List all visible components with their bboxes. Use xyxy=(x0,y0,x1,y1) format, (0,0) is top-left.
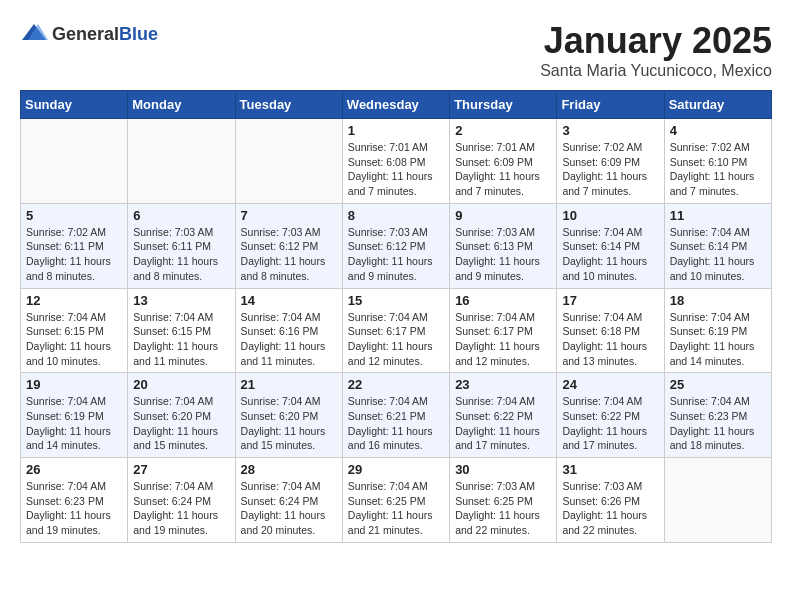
day-info: Sunrise: 7:04 AMSunset: 6:20 PMDaylight:… xyxy=(241,394,337,453)
day-info: Sunrise: 7:04 AMSunset: 6:15 PMDaylight:… xyxy=(26,310,122,369)
day-number: 12 xyxy=(26,293,122,308)
calendar-cell: 17Sunrise: 7:04 AMSunset: 6:18 PMDayligh… xyxy=(557,288,664,373)
day-number: 16 xyxy=(455,293,551,308)
calendar-cell: 9Sunrise: 7:03 AMSunset: 6:13 PMDaylight… xyxy=(450,203,557,288)
day-number: 2 xyxy=(455,123,551,138)
calendar-cell: 2Sunrise: 7:01 AMSunset: 6:09 PMDaylight… xyxy=(450,119,557,204)
day-info: Sunrise: 7:04 AMSunset: 6:22 PMDaylight:… xyxy=(562,394,658,453)
day-number: 8 xyxy=(348,208,444,223)
logo-blue: Blue xyxy=(119,24,158,44)
day-number: 10 xyxy=(562,208,658,223)
calendar-cell xyxy=(235,119,342,204)
day-info: Sunrise: 7:04 AMSunset: 6:17 PMDaylight:… xyxy=(455,310,551,369)
calendar-cell: 31Sunrise: 7:03 AMSunset: 6:26 PMDayligh… xyxy=(557,458,664,543)
calendar-cell: 21Sunrise: 7:04 AMSunset: 6:20 PMDayligh… xyxy=(235,373,342,458)
day-number: 24 xyxy=(562,377,658,392)
day-number: 1 xyxy=(348,123,444,138)
calendar-cell: 19Sunrise: 7:04 AMSunset: 6:19 PMDayligh… xyxy=(21,373,128,458)
calendar-cell xyxy=(664,458,771,543)
calendar-cell: 1Sunrise: 7:01 AMSunset: 6:08 PMDaylight… xyxy=(342,119,449,204)
calendar-cell: 6Sunrise: 7:03 AMSunset: 6:11 PMDaylight… xyxy=(128,203,235,288)
day-info: Sunrise: 7:02 AMSunset: 6:09 PMDaylight:… xyxy=(562,140,658,199)
day-number: 17 xyxy=(562,293,658,308)
calendar-cell: 14Sunrise: 7:04 AMSunset: 6:16 PMDayligh… xyxy=(235,288,342,373)
day-info: Sunrise: 7:04 AMSunset: 6:24 PMDaylight:… xyxy=(241,479,337,538)
day-number: 27 xyxy=(133,462,229,477)
day-number: 5 xyxy=(26,208,122,223)
calendar-cell: 8Sunrise: 7:03 AMSunset: 6:12 PMDaylight… xyxy=(342,203,449,288)
logo-icon xyxy=(20,20,48,48)
calendar-cell: 7Sunrise: 7:03 AMSunset: 6:12 PMDaylight… xyxy=(235,203,342,288)
day-info: Sunrise: 7:02 AMSunset: 6:10 PMDaylight:… xyxy=(670,140,766,199)
calendar-week-row: 5Sunrise: 7:02 AMSunset: 6:11 PMDaylight… xyxy=(21,203,772,288)
weekday-header: Thursday xyxy=(450,91,557,119)
weekday-header: Monday xyxy=(128,91,235,119)
day-number: 26 xyxy=(26,462,122,477)
day-number: 4 xyxy=(670,123,766,138)
calendar-cell: 10Sunrise: 7:04 AMSunset: 6:14 PMDayligh… xyxy=(557,203,664,288)
calendar-cell: 24Sunrise: 7:04 AMSunset: 6:22 PMDayligh… xyxy=(557,373,664,458)
calendar-cell: 11Sunrise: 7:04 AMSunset: 6:14 PMDayligh… xyxy=(664,203,771,288)
day-number: 7 xyxy=(241,208,337,223)
calendar-cell: 12Sunrise: 7:04 AMSunset: 6:15 PMDayligh… xyxy=(21,288,128,373)
calendar-cell: 20Sunrise: 7:04 AMSunset: 6:20 PMDayligh… xyxy=(128,373,235,458)
calendar-cell: 27Sunrise: 7:04 AMSunset: 6:24 PMDayligh… xyxy=(128,458,235,543)
day-info: Sunrise: 7:01 AMSunset: 6:08 PMDaylight:… xyxy=(348,140,444,199)
calendar-cell: 23Sunrise: 7:04 AMSunset: 6:22 PMDayligh… xyxy=(450,373,557,458)
day-number: 6 xyxy=(133,208,229,223)
page-header: GeneralBlue January 2025 Santa Maria Yuc… xyxy=(20,20,772,80)
logo: GeneralBlue xyxy=(20,20,158,48)
calendar-cell: 18Sunrise: 7:04 AMSunset: 6:19 PMDayligh… xyxy=(664,288,771,373)
title-block: January 2025 Santa Maria Yucunicoco, Mex… xyxy=(540,20,772,80)
day-info: Sunrise: 7:04 AMSunset: 6:14 PMDaylight:… xyxy=(670,225,766,284)
calendar-cell: 26Sunrise: 7:04 AMSunset: 6:23 PMDayligh… xyxy=(21,458,128,543)
day-info: Sunrise: 7:04 AMSunset: 6:17 PMDaylight:… xyxy=(348,310,444,369)
day-info: Sunrise: 7:04 AMSunset: 6:14 PMDaylight:… xyxy=(562,225,658,284)
day-info: Sunrise: 7:02 AMSunset: 6:11 PMDaylight:… xyxy=(26,225,122,284)
day-info: Sunrise: 7:04 AMSunset: 6:16 PMDaylight:… xyxy=(241,310,337,369)
day-number: 23 xyxy=(455,377,551,392)
day-info: Sunrise: 7:04 AMSunset: 6:23 PMDaylight:… xyxy=(670,394,766,453)
day-info: Sunrise: 7:03 AMSunset: 6:25 PMDaylight:… xyxy=(455,479,551,538)
day-number: 30 xyxy=(455,462,551,477)
day-number: 14 xyxy=(241,293,337,308)
weekday-header: Sunday xyxy=(21,91,128,119)
day-info: Sunrise: 7:04 AMSunset: 6:15 PMDaylight:… xyxy=(133,310,229,369)
calendar-cell xyxy=(128,119,235,204)
day-number: 20 xyxy=(133,377,229,392)
day-info: Sunrise: 7:03 AMSunset: 6:12 PMDaylight:… xyxy=(241,225,337,284)
day-number: 9 xyxy=(455,208,551,223)
calendar-cell: 4Sunrise: 7:02 AMSunset: 6:10 PMDaylight… xyxy=(664,119,771,204)
month-title: January 2025 xyxy=(540,20,772,62)
calendar-cell: 28Sunrise: 7:04 AMSunset: 6:24 PMDayligh… xyxy=(235,458,342,543)
day-number: 11 xyxy=(670,208,766,223)
calendar-week-row: 19Sunrise: 7:04 AMSunset: 6:19 PMDayligh… xyxy=(21,373,772,458)
day-info: Sunrise: 7:04 AMSunset: 6:19 PMDaylight:… xyxy=(26,394,122,453)
day-info: Sunrise: 7:03 AMSunset: 6:12 PMDaylight:… xyxy=(348,225,444,284)
day-info: Sunrise: 7:04 AMSunset: 6:25 PMDaylight:… xyxy=(348,479,444,538)
calendar-cell: 15Sunrise: 7:04 AMSunset: 6:17 PMDayligh… xyxy=(342,288,449,373)
day-number: 19 xyxy=(26,377,122,392)
day-info: Sunrise: 7:04 AMSunset: 6:24 PMDaylight:… xyxy=(133,479,229,538)
day-info: Sunrise: 7:04 AMSunset: 6:18 PMDaylight:… xyxy=(562,310,658,369)
day-info: Sunrise: 7:04 AMSunset: 6:21 PMDaylight:… xyxy=(348,394,444,453)
calendar-cell xyxy=(21,119,128,204)
day-info: Sunrise: 7:03 AMSunset: 6:26 PMDaylight:… xyxy=(562,479,658,538)
calendar-cell: 5Sunrise: 7:02 AMSunset: 6:11 PMDaylight… xyxy=(21,203,128,288)
calendar-cell: 13Sunrise: 7:04 AMSunset: 6:15 PMDayligh… xyxy=(128,288,235,373)
calendar-cell: 29Sunrise: 7:04 AMSunset: 6:25 PMDayligh… xyxy=(342,458,449,543)
day-number: 21 xyxy=(241,377,337,392)
day-info: Sunrise: 7:01 AMSunset: 6:09 PMDaylight:… xyxy=(455,140,551,199)
day-number: 18 xyxy=(670,293,766,308)
calendar-cell: 16Sunrise: 7:04 AMSunset: 6:17 PMDayligh… xyxy=(450,288,557,373)
day-number: 3 xyxy=(562,123,658,138)
day-info: Sunrise: 7:03 AMSunset: 6:13 PMDaylight:… xyxy=(455,225,551,284)
calendar-week-row: 12Sunrise: 7:04 AMSunset: 6:15 PMDayligh… xyxy=(21,288,772,373)
logo-general: General xyxy=(52,24,119,44)
day-info: Sunrise: 7:04 AMSunset: 6:22 PMDaylight:… xyxy=(455,394,551,453)
day-number: 28 xyxy=(241,462,337,477)
day-info: Sunrise: 7:04 AMSunset: 6:19 PMDaylight:… xyxy=(670,310,766,369)
location-title: Santa Maria Yucunicoco, Mexico xyxy=(540,62,772,80)
day-number: 13 xyxy=(133,293,229,308)
weekday-header: Wednesday xyxy=(342,91,449,119)
